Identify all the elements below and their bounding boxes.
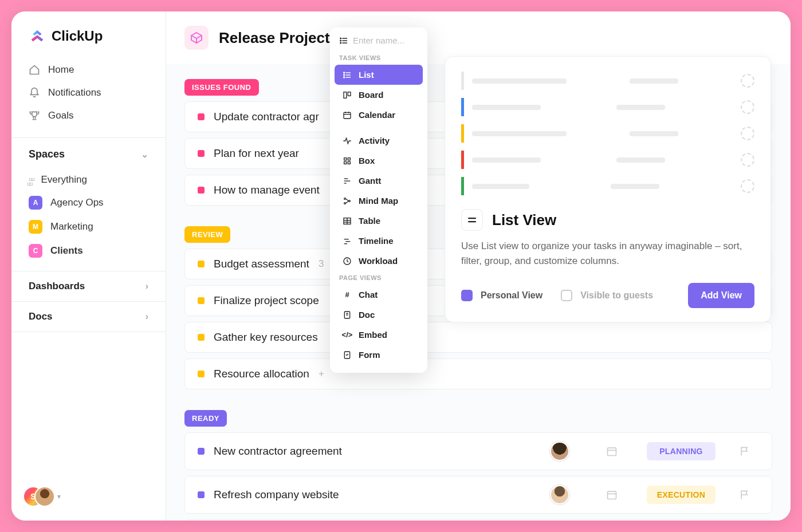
task-row[interactable]: Gather key resources <box>184 322 772 353</box>
project-icon <box>184 26 209 50</box>
sidebar-space-item[interactable]: CClients <box>21 239 156 263</box>
trophy-icon <box>29 110 40 121</box>
personal-view-checkbox[interactable] <box>461 290 473 301</box>
status-dot <box>198 371 205 377</box>
task-title: Plan for next year <box>214 147 299 160</box>
status-badge[interactable]: ISSUES FOUND <box>184 79 259 96</box>
view-name-input[interactable] <box>353 36 418 45</box>
view-option-board[interactable]: Board <box>335 85 423 105</box>
divider <box>11 137 166 138</box>
task-title: Update contractor agr <box>214 111 319 123</box>
calendar-icon[interactable] <box>606 446 618 457</box>
flag-icon[interactable] <box>739 446 750 457</box>
task-title: Resource allocation <box>214 368 309 380</box>
preview-illustration <box>461 72 754 195</box>
svg-point-31 <box>344 198 346 199</box>
chevron-down-icon: ⌄ <box>141 149 148 160</box>
view-option-table[interactable]: Table <box>335 211 423 231</box>
docs-label: Docs <box>29 311 53 322</box>
status-group: READY New contractor agreementPLANNING R… <box>184 410 772 521</box>
view-option-box[interactable]: Box <box>335 151 423 171</box>
stage-tag[interactable]: PLANNING <box>647 442 715 460</box>
svg-point-16 <box>344 74 345 76</box>
svg-rect-26 <box>344 161 347 164</box>
task-row[interactable]: Update key objectives5EXECUTION <box>184 519 772 521</box>
status-dot <box>198 297 205 304</box>
task-row[interactable]: Resource allocation+ <box>184 358 772 389</box>
view-option-embed[interactable]: </>Embed <box>335 325 423 345</box>
status-dot <box>198 261 205 267</box>
view-option-label: Workload <box>359 256 398 266</box>
task-title: How to manage event <box>214 184 320 196</box>
view-option-label: Calendar <box>359 110 395 120</box>
nav-label: Notifications <box>48 87 101 98</box>
nav-label: Goals <box>48 110 73 121</box>
preview-description: Use List view to organize your tasks in … <box>461 239 754 269</box>
view-option-gantt[interactable]: Gantt <box>335 171 423 191</box>
task-title: Finalize project scope <box>214 294 319 307</box>
personal-view-label: Personal View <box>481 290 542 301</box>
svg-point-17 <box>344 77 345 78</box>
svg-rect-18 <box>344 92 347 98</box>
chevron-right-icon: › <box>146 281 148 291</box>
status-dot <box>198 187 205 194</box>
user-avatars: S <box>23 486 53 507</box>
view-option-form[interactable]: Form <box>335 345 423 365</box>
view-option-activity[interactable]: Activity <box>335 131 423 151</box>
view-option-label: Chat <box>359 290 378 300</box>
stage-tag[interactable]: EXECUTION <box>647 486 715 504</box>
view-preview-panel: List View Use List view to organize your… <box>445 56 771 322</box>
view-option-chat[interactable]: #Chat <box>335 285 423 305</box>
visible-guests-checkbox[interactable] <box>561 290 572 301</box>
flag-icon[interactable] <box>739 489 750 501</box>
add-view-button[interactable]: Add View <box>688 283 754 308</box>
nav-docs[interactable]: Docs › <box>11 301 166 332</box>
sidebar-space-item[interactable]: AAgency Ops <box>21 191 156 215</box>
popover-section-label: TASK VIEWS <box>330 51 427 65</box>
svg-rect-24 <box>344 157 347 160</box>
spaces-header[interactable]: Spaces ⌄ <box>11 140 166 165</box>
calendar-icon[interactable] <box>606 489 618 501</box>
task-meta: + <box>319 368 324 380</box>
view-option-mind-map[interactable]: Mind Map <box>335 191 423 211</box>
task-row[interactable]: New contractor agreementPLANNING <box>184 432 772 470</box>
nav-notifications[interactable]: Notifications <box>21 81 156 104</box>
view-option-workload[interactable]: Workload <box>335 251 423 271</box>
svg-point-32 <box>344 202 346 204</box>
view-option-calendar[interactable]: Calendar <box>335 105 423 125</box>
user-menu[interactable]: S ▾ <box>11 472 166 521</box>
grid-icon: ▫▫ <box>27 178 32 190</box>
view-option-label: Embed <box>359 330 387 340</box>
view-option-label: Box <box>359 156 375 165</box>
view-option-label: Timeline <box>359 236 394 246</box>
nav-label: Home <box>48 64 74 76</box>
svg-point-10 <box>340 40 341 41</box>
sidebar-space-item[interactable]: MMarketing <box>21 215 156 239</box>
nav-dashboards[interactable]: Dashboards › <box>11 271 166 301</box>
nav-section: Home Notifications Goals <box>11 55 166 135</box>
status-badge[interactable]: REVIEW <box>184 226 230 243</box>
nav-home[interactable]: Home <box>21 58 156 81</box>
view-option-label: Gantt <box>359 176 381 186</box>
logo[interactable]: ClickUp <box>11 11 166 55</box>
logo-text: ClickUp <box>52 28 103 44</box>
status-badge[interactable]: READY <box>184 410 227 427</box>
svg-rect-27 <box>348 161 350 164</box>
task-row[interactable]: Refresh company websiteEXECUTION <box>184 476 772 514</box>
sidebar-everything[interactable]: ▫▫ ▫▫ Everything <box>21 168 156 191</box>
assignee-avatar[interactable] <box>550 485 569 505</box>
view-option-timeline[interactable]: Timeline <box>335 231 423 251</box>
assignee-avatar[interactable] <box>550 442 569 461</box>
nav-goals[interactable]: Goals <box>21 104 156 127</box>
status-dot <box>198 448 205 455</box>
view-option-doc[interactable]: Doc <box>335 305 423 325</box>
view-option-list[interactable]: List <box>335 65 423 85</box>
svg-point-9 <box>340 38 341 38</box>
svg-rect-25 <box>348 157 350 160</box>
status-dot <box>198 491 205 498</box>
svg-rect-19 <box>348 92 351 96</box>
sidebar: ClickUp Home Notifications Goals Spaces … <box>11 11 166 521</box>
task-title: Gather key resources <box>214 331 318 344</box>
spaces-header-label: Spaces <box>29 148 65 160</box>
svg-rect-20 <box>344 112 351 119</box>
